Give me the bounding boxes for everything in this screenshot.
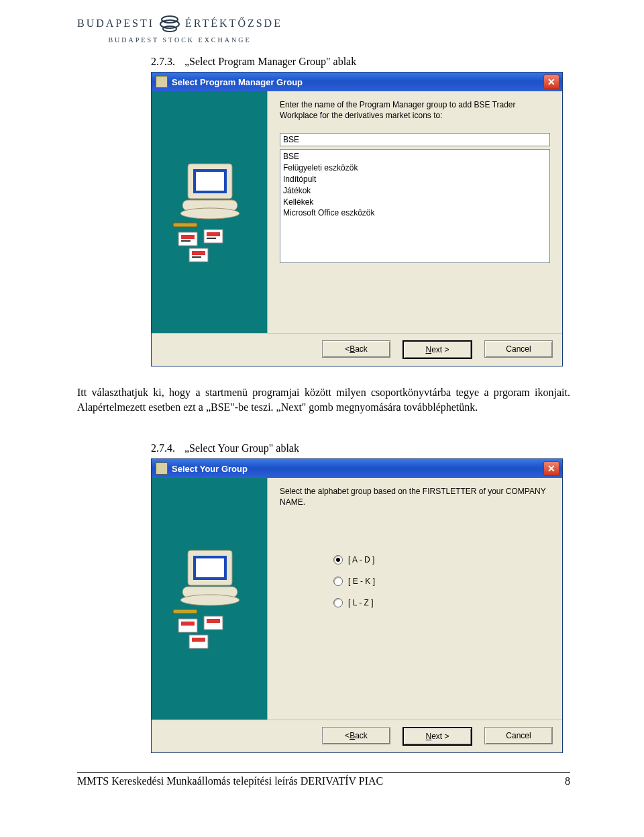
footer-text: MMTS Kereskedési Munkaállomás telepítési… (77, 775, 383, 787)
svg-rect-11 (181, 240, 191, 242)
brand-subtitle: BUDAPEST STOCK EXCHANGE (108, 36, 251, 44)
brand-left: BUDAPESTI (77, 17, 154, 30)
computer-icon (169, 158, 250, 266)
back-button[interactable]: < Back (322, 340, 390, 358)
cancel-button[interactable]: Cancel (484, 727, 553, 744)
list-item[interactable]: Indítópult (283, 174, 547, 185)
radio-option-ad[interactable]: [ A - D ] (333, 555, 550, 564)
radio-option-lz[interactable]: [ L - Z ] (333, 598, 550, 607)
dialog-select-program-manager-group: Select Program Manager Group ✕ (151, 72, 563, 366)
svg-rect-27 (207, 619, 220, 623)
footer-separator (77, 772, 570, 773)
svg-point-22 (180, 595, 239, 605)
radio-icon (333, 577, 343, 586)
svg-rect-17 (192, 256, 201, 258)
list-item[interactable]: Microsoft Office eszközök (283, 207, 547, 219)
instruction-text: Enter the name of the Program Manager gr… (280, 99, 550, 121)
svg-rect-5 (196, 172, 224, 191)
group-name-input[interactable] (280, 133, 550, 146)
installer-icon (156, 76, 168, 88)
page-number: 8 (565, 775, 570, 787)
radio-icon (333, 555, 343, 564)
list-item[interactable]: Játékok (283, 185, 547, 197)
svg-rect-29 (192, 638, 205, 642)
svg-rect-16 (192, 251, 205, 255)
instruction-text: Select the alphabet group based on the F… (280, 486, 550, 507)
titlebar[interactable]: Select Program Manager Group ✕ (152, 72, 562, 91)
section-heading-273: 2.7.3. „Select Program Manager Group" ab… (151, 56, 644, 68)
logo-swirl-icon (158, 12, 181, 35)
section-heading-274: 2.7.4. „Select Your Group" ablak (151, 442, 644, 454)
radio-label: [ A - D ] (348, 555, 374, 564)
titlebar-title: Select Program Manager Group (172, 77, 303, 87)
radio-label: [ E - K ] (348, 577, 375, 586)
close-button[interactable]: ✕ (543, 461, 559, 476)
dialog-select-your-group: Select Your Group ✕ (151, 458, 563, 753)
body-paragraph-1: Itt választhatjuk ki, hogy a startmenü p… (77, 385, 570, 414)
svg-rect-14 (207, 238, 216, 239)
svg-rect-20 (196, 558, 224, 577)
button-bar: < Back Next > Cancel (152, 720, 562, 752)
group-listbox[interactable]: BSE Felügyeleti eszközök Indítópult Játé… (280, 149, 550, 263)
footer: MMTS Kereskedési Munkaállomás telepítési… (77, 775, 570, 787)
titlebar-title: Select Your Group (172, 464, 248, 474)
svg-rect-13 (207, 232, 220, 236)
close-button[interactable]: ✕ (543, 75, 559, 89)
list-item[interactable]: Kellékek (283, 197, 547, 208)
svg-point-1 (160, 20, 179, 28)
side-graphic-panel (152, 91, 268, 333)
radio-option-ek[interactable]: [ E - K ] (333, 577, 550, 586)
side-graphic-panel (152, 478, 268, 720)
back-button[interactable]: < Back (322, 727, 390, 744)
list-item[interactable]: BSE (283, 151, 547, 162)
installer-icon (156, 462, 168, 475)
radio-group: [ A - D ] [ E - K ] [ L - Z ] (333, 555, 550, 607)
brand-logo: BUDAPESTI ÉRTÉKTŐZSDE BUDAPEST STOCK EXC… (77, 12, 282, 44)
section-title: „Select Program Manager Group" ablak (184, 56, 356, 67)
brand-right: ÉRTÉKTŐZSDE (185, 17, 282, 30)
section-title: „Select Your Group" ablak (184, 442, 299, 454)
close-icon: ✕ (547, 77, 555, 87)
titlebar[interactable]: Select Your Group ✕ (152, 459, 562, 478)
svg-rect-10 (181, 235, 195, 239)
next-button[interactable]: Next > (402, 727, 472, 746)
svg-rect-8 (173, 223, 197, 227)
radio-label: [ L - Z ] (348, 598, 374, 607)
svg-rect-25 (181, 622, 195, 626)
section-number: 2.7.3. (151, 56, 175, 67)
svg-rect-23 (173, 609, 197, 613)
next-button[interactable]: Next > (402, 340, 472, 359)
radio-icon (333, 598, 343, 607)
list-item[interactable]: Felügyeleti eszközök (283, 162, 547, 174)
button-bar: < Back Next > Cancel (152, 333, 562, 366)
section-number: 2.7.4. (151, 442, 175, 454)
svg-point-7 (180, 208, 239, 219)
computer-icon (169, 545, 250, 652)
cancel-button[interactable]: Cancel (484, 340, 553, 358)
close-icon: ✕ (547, 464, 555, 473)
document-header: BUDAPESTI ÉRTÉKTŐZSDE BUDAPEST STOCK EXC… (77, 12, 644, 44)
